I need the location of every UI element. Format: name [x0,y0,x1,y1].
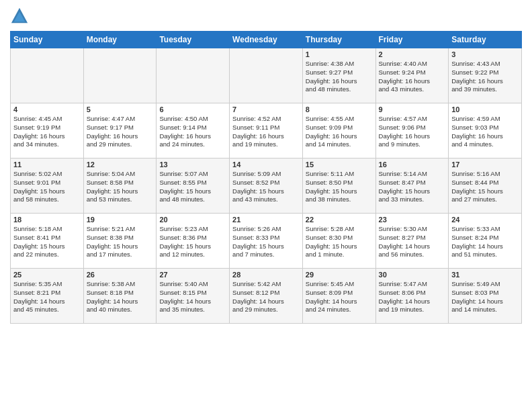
calendar-cell: 14Sunrise: 5:09 AM Sunset: 8:52 PM Dayli… [230,158,303,214]
day-number: 2 [379,50,446,58]
day-number: 21 [232,216,300,224]
day-number: 28 [232,271,300,279]
cell-content: Sunrise: 5:49 AM Sunset: 8:03 PM Dayligh… [451,280,519,314]
calendar-cell: 16Sunrise: 5:14 AM Sunset: 8:47 PM Dayli… [375,158,449,214]
calendar-week-1: 1Sunrise: 4:38 AM Sunset: 9:27 PM Daylig… [11,48,522,103]
day-header-tuesday: Tuesday [157,32,230,48]
cell-content: Sunrise: 4:45 AM Sunset: 9:19 PM Dayligh… [13,115,81,149]
cell-content: Sunrise: 4:55 AM Sunset: 9:09 PM Dayligh… [306,115,373,149]
calendar-cell: 28Sunrise: 5:42 AM Sunset: 8:12 PM Dayli… [230,269,303,324]
cell-content: Sunrise: 4:38 AM Sunset: 9:27 PM Dayligh… [306,60,373,94]
day-number: 17 [451,161,519,169]
day-number: 24 [451,216,519,224]
day-number: 23 [379,216,446,224]
cell-content: Sunrise: 5:07 AM Sunset: 8:55 PM Dayligh… [159,170,226,204]
calendar-cell: 12Sunrise: 5:04 AM Sunset: 8:58 PM Dayli… [83,158,157,214]
day-number: 3 [451,50,519,58]
cell-content: Sunrise: 5:47 AM Sunset: 8:06 PM Dayligh… [379,280,446,314]
cell-content: Sunrise: 5:40 AM Sunset: 8:15 PM Dayligh… [159,280,226,314]
cell-content: Sunrise: 4:52 AM Sunset: 9:11 PM Dayligh… [232,115,300,149]
calendar-cell: 1Sunrise: 4:38 AM Sunset: 9:27 PM Daylig… [302,48,375,103]
cell-content: Sunrise: 4:47 AM Sunset: 9:17 PM Dayligh… [87,115,154,149]
cell-content: Sunrise: 5:38 AM Sunset: 8:18 PM Dayligh… [87,280,154,314]
day-number: 10 [451,105,519,113]
calendar-cell: 31Sunrise: 5:49 AM Sunset: 8:03 PM Dayli… [449,269,522,324]
cell-content: Sunrise: 5:04 AM Sunset: 8:58 PM Dayligh… [87,170,154,204]
cell-content: Sunrise: 5:09 AM Sunset: 8:52 PM Dayligh… [232,170,300,204]
page-container: SundayMondayTuesdayWednesdayThursdayFrid… [0,0,532,330]
day-number: 15 [306,161,373,169]
cell-content: Sunrise: 4:57 AM Sunset: 9:06 PM Dayligh… [379,115,446,149]
cell-content: Sunrise: 5:26 AM Sunset: 8:33 PM Dayligh… [232,225,300,259]
day-number: 13 [159,161,226,169]
day-number: 22 [306,216,373,224]
calendar-cell: 2Sunrise: 4:40 AM Sunset: 9:24 PM Daylig… [375,48,449,103]
calendar-table: SundayMondayTuesdayWednesdayThursdayFrid… [10,31,522,324]
calendar-cell: 27Sunrise: 5:40 AM Sunset: 8:15 PM Dayli… [157,269,230,324]
logo [10,7,32,26]
calendar-cell: 7Sunrise: 4:52 AM Sunset: 9:11 PM Daylig… [230,103,303,158]
cell-content: Sunrise: 5:45 AM Sunset: 8:09 PM Dayligh… [306,280,373,314]
calendar-cell: 23Sunrise: 5:30 AM Sunset: 8:27 PM Dayli… [375,214,449,269]
cell-content: Sunrise: 4:50 AM Sunset: 9:14 PM Dayligh… [159,115,226,149]
calendar-cell [83,48,157,103]
header [10,7,522,26]
cell-content: Sunrise: 5:11 AM Sunset: 8:50 PM Dayligh… [306,170,373,204]
day-number: 30 [379,271,446,279]
calendar-cell [230,48,303,103]
cell-content: Sunrise: 5:35 AM Sunset: 8:21 PM Dayligh… [13,280,81,314]
day-header-friday: Friday [375,32,449,48]
day-number: 14 [232,161,300,169]
calendar-cell: 26Sunrise: 5:38 AM Sunset: 8:18 PM Dayli… [83,269,157,324]
calendar-cell: 17Sunrise: 5:16 AM Sunset: 8:44 PM Dayli… [449,158,522,214]
day-number: 12 [87,161,154,169]
day-number: 11 [13,161,81,169]
day-number: 18 [13,216,81,224]
cell-content: Sunrise: 5:30 AM Sunset: 8:27 PM Dayligh… [379,225,446,259]
day-number: 16 [379,161,446,169]
day-header-sunday: Sunday [11,32,84,48]
logo-icon [10,7,29,26]
cell-content: Sunrise: 5:33 AM Sunset: 8:24 PM Dayligh… [451,225,519,259]
day-header-wednesday: Wednesday [230,32,303,48]
calendar-cell: 8Sunrise: 4:55 AM Sunset: 9:09 PM Daylig… [302,103,375,158]
calendar-cell: 18Sunrise: 5:18 AM Sunset: 8:41 PM Dayli… [11,214,84,269]
calendar-cell: 3Sunrise: 4:43 AM Sunset: 9:22 PM Daylig… [449,48,522,103]
calendar-cell: 30Sunrise: 5:47 AM Sunset: 8:06 PM Dayli… [375,269,449,324]
cell-content: Sunrise: 5:14 AM Sunset: 8:47 PM Dayligh… [379,170,446,204]
calendar-cell: 9Sunrise: 4:57 AM Sunset: 9:06 PM Daylig… [375,103,449,158]
calendar-cell: 11Sunrise: 5:02 AM Sunset: 9:01 PM Dayli… [11,158,84,214]
cell-content: Sunrise: 4:43 AM Sunset: 9:22 PM Dayligh… [451,60,519,94]
day-number: 1 [306,50,373,58]
calendar-cell [157,48,230,103]
calendar-week-4: 18Sunrise: 5:18 AM Sunset: 8:41 PM Dayli… [11,214,522,269]
day-number: 26 [87,271,154,279]
day-number: 7 [232,105,300,113]
day-number: 20 [159,216,226,224]
calendar-cell [11,48,84,103]
day-number: 29 [306,271,373,279]
day-number: 9 [379,105,446,113]
day-number: 5 [87,105,154,113]
day-number: 19 [87,216,154,224]
cell-content: Sunrise: 5:28 AM Sunset: 8:30 PM Dayligh… [306,225,373,259]
day-header-saturday: Saturday [449,32,522,48]
day-number: 31 [451,271,519,279]
calendar-cell: 20Sunrise: 5:23 AM Sunset: 8:36 PM Dayli… [157,214,230,269]
cell-content: Sunrise: 5:42 AM Sunset: 8:12 PM Dayligh… [232,280,300,314]
calendar-cell: 13Sunrise: 5:07 AM Sunset: 8:55 PM Dayli… [157,158,230,214]
calendar-cell: 4Sunrise: 4:45 AM Sunset: 9:19 PM Daylig… [11,103,84,158]
cell-content: Sunrise: 4:40 AM Sunset: 9:24 PM Dayligh… [379,60,446,94]
day-header-thursday: Thursday [302,32,375,48]
cell-content: Sunrise: 5:16 AM Sunset: 8:44 PM Dayligh… [451,170,519,204]
calendar-cell: 15Sunrise: 5:11 AM Sunset: 8:50 PM Dayli… [302,158,375,214]
calendar-cell: 25Sunrise: 5:35 AM Sunset: 8:21 PM Dayli… [11,269,84,324]
day-number: 4 [13,105,81,113]
calendar-week-2: 4Sunrise: 4:45 AM Sunset: 9:19 PM Daylig… [11,103,522,158]
calendar-cell: 29Sunrise: 5:45 AM Sunset: 8:09 PM Dayli… [302,269,375,324]
cell-content: Sunrise: 4:59 AM Sunset: 9:03 PM Dayligh… [451,115,519,149]
day-number: 27 [159,271,226,279]
day-number: 25 [13,271,81,279]
calendar-week-3: 11Sunrise: 5:02 AM Sunset: 9:01 PM Dayli… [11,158,522,214]
day-number: 8 [306,105,373,113]
